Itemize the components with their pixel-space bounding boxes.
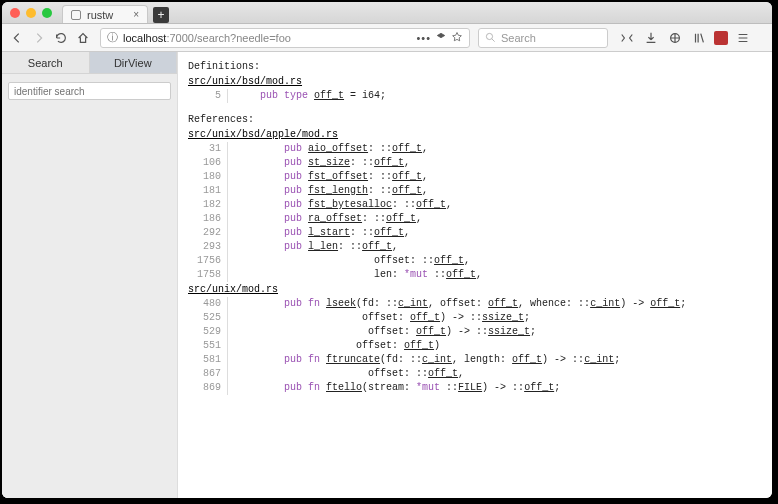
- sidebar-search-wrap: [8, 82, 171, 100]
- downloads-icon[interactable]: [642, 29, 660, 47]
- devtools-icon[interactable]: [618, 29, 636, 47]
- url-path: /search?needle=foo: [194, 32, 291, 44]
- toolbar-right-icons: [618, 29, 752, 47]
- browser-tab[interactable]: rustw ×: [62, 5, 148, 23]
- result-line[interactable]: 182 pub fst_bytesalloc: ::off_t,: [188, 198, 762, 212]
- line-number: 1756: [188, 254, 228, 268]
- code-text: pub aio_offset: ::off_t,: [228, 142, 428, 156]
- line-number: 5: [188, 89, 228, 103]
- result-line[interactable]: 551 offset: off_t): [188, 339, 762, 353]
- code-text: len: *mut ::off_t,: [228, 268, 482, 282]
- result-file-path[interactable]: src/unix/bsd/mod.rs: [188, 75, 762, 89]
- tab-strip: rustw × +: [62, 2, 169, 23]
- line-number: 480: [188, 297, 228, 311]
- result-line[interactable]: 186 pub ra_offset: ::off_t,: [188, 212, 762, 226]
- page-content: Search DirView Definitions:src/unix/bsd/…: [2, 52, 772, 498]
- line-number: 293: [188, 240, 228, 254]
- code-text: pub l_start: ::off_t,: [228, 226, 410, 240]
- result-line[interactable]: 292 pub l_start: ::off_t,: [188, 226, 762, 240]
- browser-window: rustw × + ⓘ localhost:7000/search?needle…: [2, 2, 772, 498]
- page-actions-icon[interactable]: •••: [416, 32, 431, 44]
- code-text: pub st_size: ::off_t,: [228, 156, 410, 170]
- definitions-heading: Definitions:: [188, 60, 762, 74]
- result-line[interactable]: 181 pub fst_length: ::off_t,: [188, 184, 762, 198]
- tab-close-icon[interactable]: ×: [133, 9, 139, 20]
- references-heading: References:: [188, 113, 762, 127]
- code-text: pub type off_t = i64;: [228, 89, 386, 103]
- line-number: 1758: [188, 268, 228, 282]
- result-file-path[interactable]: src/unix/bsd/apple/mod.rs: [188, 128, 762, 142]
- line-number: 31: [188, 142, 228, 156]
- line-number: 529: [188, 325, 228, 339]
- code-text: pub fst_offset: ::off_t,: [228, 170, 428, 184]
- code-text: offset: off_t) -> ::ssize_t;: [228, 325, 536, 339]
- code-text: offset: ::off_t,: [228, 254, 470, 268]
- app-menu-icon[interactable]: [734, 29, 752, 47]
- code-text: pub fn ftello(stream: *mut ::FILE) -> ::…: [228, 381, 560, 395]
- results-pane: Definitions:src/unix/bsd/mod.rs5 pub typ…: [178, 52, 772, 498]
- home-button[interactable]: [74, 29, 92, 47]
- result-line[interactable]: 480 pub fn lseek(fd: ::c_int, offset: of…: [188, 297, 762, 311]
- new-tab-button[interactable]: +: [153, 7, 169, 23]
- browser-search-bar[interactable]: Search: [478, 28, 608, 48]
- sidebar-tab-dirview[interactable]: DirView: [90, 52, 178, 74]
- line-number: 182: [188, 198, 228, 212]
- result-line[interactable]: 867 offset: ::off_t,: [188, 367, 762, 381]
- pinned-extension-icon[interactable]: [714, 31, 728, 45]
- line-number: 525: [188, 311, 228, 325]
- line-number: 867: [188, 367, 228, 381]
- url-port: :7000: [166, 32, 194, 44]
- url-host: localhost: [123, 32, 166, 44]
- forward-button[interactable]: [30, 29, 48, 47]
- line-number: 869: [188, 381, 228, 395]
- code-text: pub fst_length: ::off_t,: [228, 184, 428, 198]
- code-text: pub fn lseek(fd: ::c_int, offset: off_t,…: [228, 297, 686, 311]
- line-number: 292: [188, 226, 228, 240]
- zoom-window-button[interactable]: [42, 8, 52, 18]
- result-line[interactable]: 5 pub type off_t = i64;: [188, 89, 762, 103]
- line-number: 581: [188, 353, 228, 367]
- line-number: 106: [188, 156, 228, 170]
- library-icon[interactable]: [690, 29, 708, 47]
- tab-favicon: [71, 10, 81, 20]
- reload-button[interactable]: [52, 29, 70, 47]
- sidebar-tab-search[interactable]: Search: [2, 52, 90, 74]
- line-number: 551: [188, 339, 228, 353]
- code-text: offset: off_t) -> ::ssize_t;: [228, 311, 530, 325]
- search-icon: [485, 32, 496, 43]
- result-line[interactable]: 106 pub st_size: ::off_t,: [188, 156, 762, 170]
- minimize-window-button[interactable]: [26, 8, 36, 18]
- url-bar[interactable]: ⓘ localhost:7000/search?needle=foo •••: [100, 28, 470, 48]
- extension-icon[interactable]: [666, 29, 684, 47]
- result-line[interactable]: 1758 len: *mut ::off_t,: [188, 268, 762, 282]
- line-number: 181: [188, 184, 228, 198]
- tab-title: rustw: [87, 9, 113, 21]
- result-line[interactable]: 180 pub fst_offset: ::off_t,: [188, 170, 762, 184]
- traffic-lights: [10, 8, 52, 18]
- result-file-path[interactable]: src/unix/mod.rs: [188, 283, 762, 297]
- result-line[interactable]: 1756 offset: ::off_t,: [188, 254, 762, 268]
- code-text: offset: off_t): [228, 339, 440, 353]
- window-titlebar: rustw × +: [2, 2, 772, 24]
- code-text: pub ra_offset: ::off_t,: [228, 212, 422, 226]
- result-line[interactable]: 525 offset: off_t) -> ::ssize_t;: [188, 311, 762, 325]
- bookmark-star-icon[interactable]: [451, 31, 463, 45]
- result-line[interactable]: 869 pub fn ftello(stream: *mut ::FILE) -…: [188, 381, 762, 395]
- site-info-icon[interactable]: ⓘ: [107, 30, 118, 45]
- back-button[interactable]: [8, 29, 26, 47]
- search-placeholder: Search: [501, 32, 536, 44]
- identifier-search-input[interactable]: [8, 82, 171, 100]
- sidebar-tabs: Search DirView: [2, 52, 177, 74]
- line-number: 180: [188, 170, 228, 184]
- left-sidebar: Search DirView: [2, 52, 178, 498]
- code-text: pub fst_bytesalloc: ::off_t,: [228, 198, 452, 212]
- line-number: 186: [188, 212, 228, 226]
- result-line[interactable]: 293 pub l_len: ::off_t,: [188, 240, 762, 254]
- code-text: pub fn ftruncate(fd: ::c_int, length: of…: [228, 353, 620, 367]
- result-line[interactable]: 581 pub fn ftruncate(fd: ::c_int, length…: [188, 353, 762, 367]
- result-line[interactable]: 529 offset: off_t) -> ::ssize_t;: [188, 325, 762, 339]
- result-line[interactable]: 31 pub aio_offset: ::off_t,: [188, 142, 762, 156]
- reader-mode-icon[interactable]: [435, 31, 447, 45]
- close-window-button[interactable]: [10, 8, 20, 18]
- code-text: pub l_len: ::off_t,: [228, 240, 398, 254]
